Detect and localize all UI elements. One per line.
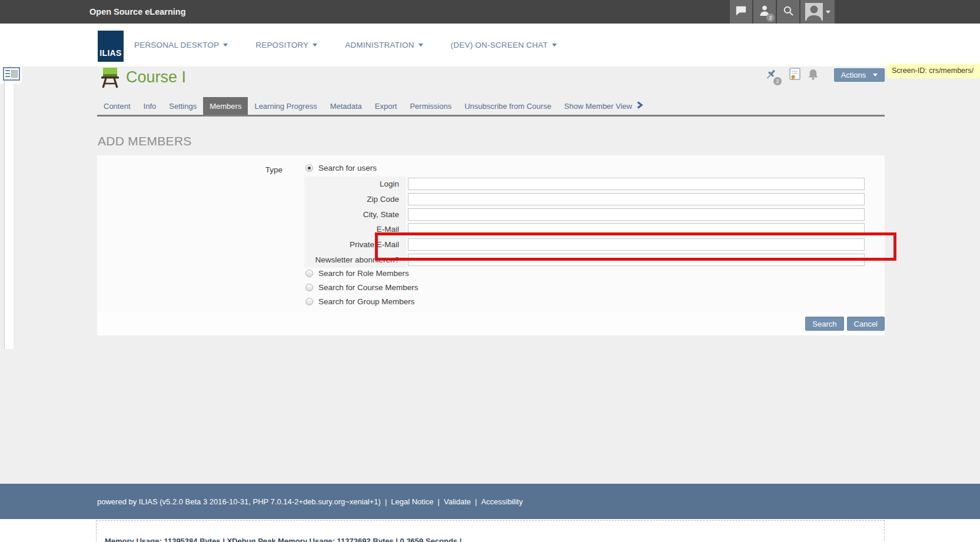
avatar (805, 3, 823, 21)
search-icon (783, 5, 794, 19)
cancel-button[interactable]: Cancel (847, 317, 885, 331)
screen-id-tooltip: Screen-ID: crs/members/ (887, 64, 980, 78)
search-group-members-option: Search for Group Members (305, 297, 415, 306)
search-course-members-option: Search for Course Members (305, 283, 418, 292)
chat-icon (735, 5, 747, 18)
menu-onscreen-chat[interactable]: (DEV) ON-SCREEN CHAT (451, 41, 557, 49)
tab-settings[interactable]: Settings (162, 97, 203, 115)
course-icon (100, 67, 120, 91)
course-members-radio[interactable] (305, 284, 313, 291)
accessibility-link[interactable]: Accessibility (481, 497, 523, 506)
top-bar: Open Source eLearning 2 (0, 0, 980, 24)
certificate-icon[interactable] (789, 68, 800, 83)
menu-personal-desktop[interactable]: PERSONAL DESKTOP (134, 41, 228, 49)
email-input[interactable] (408, 223, 865, 235)
role-members-radio[interactable] (305, 270, 313, 277)
tab-unsubscribe[interactable]: Unsubscribe from Course (458, 97, 557, 115)
field-row: Login (304, 177, 866, 192)
form-heading: ADD MEMBERS (98, 134, 192, 148)
search-users-radio[interactable] (305, 164, 313, 172)
city-state-label: City, State (304, 207, 406, 222)
tab-members[interactable]: Members (203, 97, 248, 115)
main-menu-row: ILIAS PERSONAL DESKTOP REPOSITORY ADMINI… (0, 24, 980, 66)
form-command-row: Search Cancel (97, 312, 885, 335)
header-actions: 2 (765, 67, 819, 84)
tab-export[interactable]: Export (368, 97, 404, 115)
private-email-input[interactable] (408, 238, 865, 251)
newsletter-input[interactable] (408, 254, 865, 266)
ilias-page: Open Source eLearning 2 (0, 0, 980, 542)
validate-link[interactable]: Validate (444, 497, 471, 506)
field-row: Zip Code (304, 192, 866, 207)
powered-by-text: powered by ILIAS (v5.2.0 Beta 3 2016-10-… (97, 497, 381, 506)
online-count-badge: 2 (766, 14, 775, 22)
tab-info[interactable]: Info (137, 97, 163, 115)
add-members-form: Type Search for users Login Zip Code Cit… (97, 155, 885, 312)
zip-code-input[interactable] (408, 193, 865, 205)
main-menu: PERSONAL DESKTOP REPOSITORY ADMINISTRATI… (134, 24, 557, 66)
tab-show-member-view[interactable]: Show Member View (558, 97, 650, 115)
chevron-right-icon (636, 101, 643, 111)
menu-repository[interactable]: REPOSITORY (255, 41, 317, 49)
course-tabs: Content Info Settings Members Learning P… (97, 97, 885, 117)
search-button-submit[interactable]: Search (805, 317, 843, 331)
legal-notice-link[interactable]: Legal Notice (391, 497, 433, 506)
memory-usage-text: Memory Usage: 11395384 Bytes | XDebug Pe… (105, 537, 461, 542)
chevron-down-icon (223, 44, 228, 49)
menu-administration[interactable]: ADMINISTRATION (345, 41, 423, 49)
search-role-members-option: Search for Role Members (305, 269, 409, 278)
search-fields: Login Zip Code City, State E-Mail Privat… (304, 177, 866, 268)
zip-code-label: Zip Code (304, 192, 406, 207)
notes-count-badge: 2 (773, 77, 782, 85)
topbar-buttons: 2 (730, 0, 835, 24)
chevron-down-icon (552, 44, 557, 49)
collapsed-tree-rail[interactable] (4, 81, 14, 349)
debug-panel: Memory Usage: 11395384 Bytes | XDebug Pe… (96, 520, 885, 542)
who-is-online-button[interactable]: 2 (753, 0, 776, 24)
bell-icon[interactable] (808, 68, 819, 83)
user-menu-button[interactable] (800, 0, 835, 24)
search-button[interactable] (777, 0, 799, 24)
sidebar-toggle-icon[interactable] (3, 67, 20, 81)
tab-permissions[interactable]: Permissions (403, 97, 458, 115)
tab-content[interactable]: Content (97, 97, 137, 115)
field-row: City, State (304, 207, 866, 222)
tab-learning-progress[interactable]: Learning Progress (248, 97, 323, 115)
field-row: E-Mail (304, 222, 866, 237)
private-email-label: Private E-Mail (304, 237, 406, 252)
field-row: Private E-Mail (304, 237, 866, 252)
tab-metadata[interactable]: Metadata (324, 97, 368, 115)
group-members-radio[interactable] (305, 298, 313, 305)
login-input[interactable] (408, 178, 865, 190)
search-users-option: Search for users (305, 164, 377, 172)
field-row: Newsletter abonnieren? (304, 252, 866, 268)
footer: powered by ILIAS (v5.2.0 Beta 3 2016-10-… (0, 484, 980, 519)
site-title: Open Source eLearning (89, 0, 186, 24)
chevron-down-icon (873, 74, 878, 79)
type-label: Type (97, 165, 283, 174)
email-label: E-Mail (304, 222, 406, 237)
chevron-down-icon (313, 44, 317, 49)
pin-icon[interactable]: 2 (765, 68, 778, 83)
page-title[interactable]: Course I (126, 68, 186, 87)
chat-button[interactable] (730, 0, 752, 24)
chevron-down-icon (826, 11, 830, 16)
login-label: Login (304, 177, 406, 192)
chevron-down-icon (418, 44, 423, 49)
actions-button[interactable]: Actions (834, 68, 885, 82)
ilias-logo[interactable]: ILIAS (98, 31, 124, 62)
newsletter-label: Newsletter abonnieren? (304, 252, 406, 268)
city-state-input[interactable] (408, 208, 865, 221)
